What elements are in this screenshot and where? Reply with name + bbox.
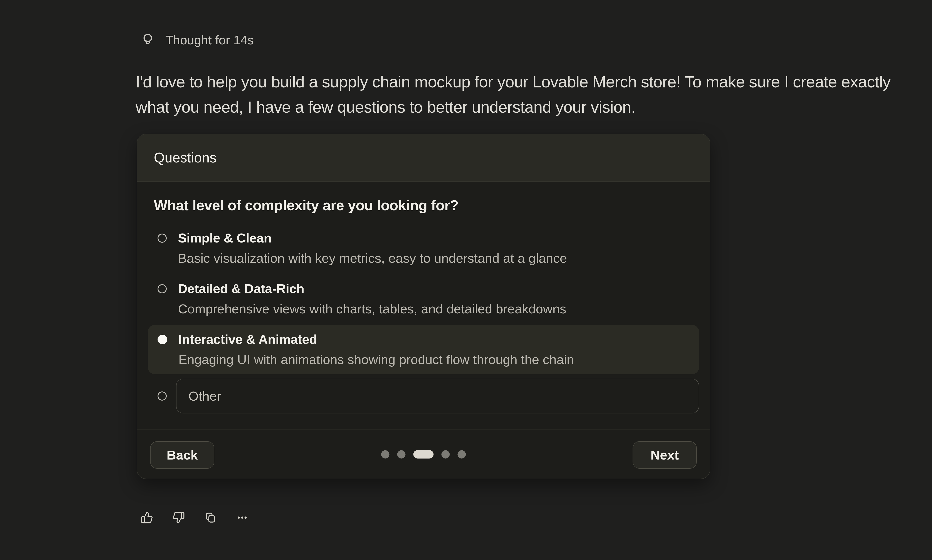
questions-card: Questions What level of complexity are y… bbox=[137, 134, 710, 479]
option-description: Basic visualization with key metrics, ea… bbox=[178, 251, 567, 266]
next-button[interactable]: Next bbox=[633, 441, 697, 469]
option-simple-clean[interactable]: Simple & Clean Basic visualization with … bbox=[148, 223, 699, 273]
copy-icon[interactable] bbox=[204, 511, 217, 524]
thought-summary[interactable]: Thought for 14s bbox=[139, 32, 932, 49]
pagination-dot bbox=[397, 450, 406, 458]
option-other[interactable] bbox=[148, 375, 699, 414]
questions-card-header: Questions bbox=[137, 134, 710, 182]
message-actions bbox=[140, 511, 932, 524]
questions-card-footer: Back Next bbox=[137, 429, 710, 478]
radio-unselected-icon[interactable] bbox=[157, 284, 167, 293]
lightbulb-icon bbox=[139, 32, 156, 49]
more-options-icon[interactable] bbox=[236, 511, 248, 524]
pagination-dot bbox=[458, 450, 466, 458]
option-label: Simple & Clean bbox=[178, 231, 567, 246]
chat-page: Thought for 14s I'd love to help you bui… bbox=[0, 0, 932, 560]
option-description: Comprehensive views with charts, tables,… bbox=[178, 302, 566, 317]
pagination-dots bbox=[381, 450, 466, 458]
option-detailed-data-rich[interactable]: Detailed & Data-Rich Comprehensive views… bbox=[148, 274, 699, 324]
question-text: What level of complexity are you looking… bbox=[154, 197, 693, 214]
assistant-message: I'd love to help you build a supply chai… bbox=[136, 69, 923, 120]
pagination-dot-active bbox=[413, 450, 434, 458]
questions-card-body: What level of complexity are you looking… bbox=[137, 182, 710, 429]
other-option-input[interactable] bbox=[176, 378, 699, 414]
thumbs-up-icon[interactable] bbox=[140, 511, 153, 524]
options-list: Simple & Clean Basic visualization with … bbox=[137, 223, 710, 414]
thought-label: Thought for 14s bbox=[165, 32, 254, 49]
radio-selected-icon[interactable] bbox=[157, 335, 167, 344]
radio-unselected-icon[interactable] bbox=[157, 234, 167, 243]
thumbs-down-icon[interactable] bbox=[173, 511, 185, 524]
card-title: Questions bbox=[154, 150, 217, 166]
option-label: Detailed & Data-Rich bbox=[178, 281, 566, 297]
option-interactive-animated[interactable]: Interactive & Animated Engaging UI with … bbox=[148, 325, 699, 374]
option-description: Engaging UI with animations showing prod… bbox=[179, 352, 574, 367]
back-button[interactable]: Back bbox=[150, 441, 214, 469]
radio-unselected-icon[interactable] bbox=[157, 391, 167, 401]
pagination-dot bbox=[442, 450, 450, 458]
pagination-dot bbox=[381, 450, 390, 458]
option-label: Interactive & Animated bbox=[179, 332, 574, 347]
